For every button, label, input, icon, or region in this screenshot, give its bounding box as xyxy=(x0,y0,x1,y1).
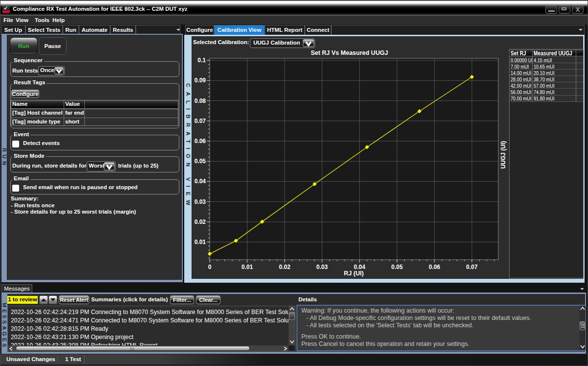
svg-text:0.02: 0.02 xyxy=(279,264,291,270)
svg-text:RJ (UI): RJ (UI) xyxy=(344,270,364,277)
svg-text:0.1: 0.1 xyxy=(197,57,206,64)
svg-text:0.08: 0.08 xyxy=(195,98,206,104)
svg-text:0.06: 0.06 xyxy=(429,264,441,270)
svg-text:Set RJ Vs Measured UUGJ: Set RJ Vs Measured UUGJ xyxy=(311,49,388,56)
svg-text:0.07: 0.07 xyxy=(195,118,206,124)
svg-text:0.05: 0.05 xyxy=(195,158,206,165)
svg-text:0.01: 0.01 xyxy=(242,264,253,270)
svg-text:0.04: 0.04 xyxy=(195,178,206,185)
svg-text:0.02: 0.02 xyxy=(195,219,206,225)
svg-text:0.05: 0.05 xyxy=(392,264,403,270)
svg-text:0.07: 0.07 xyxy=(466,264,478,270)
svg-text:0: 0 xyxy=(208,264,212,270)
svg-text:UUGJ (UI): UUGJ (UI) xyxy=(500,141,507,169)
svg-text:0.06: 0.06 xyxy=(195,138,206,145)
svg-text:0.09: 0.09 xyxy=(195,77,206,84)
svg-text:0.03: 0.03 xyxy=(317,264,328,270)
svg-text:0.03: 0.03 xyxy=(195,198,206,205)
svg-text:0.04: 0.04 xyxy=(354,264,366,270)
svg-text:0.01: 0.01 xyxy=(195,239,206,245)
